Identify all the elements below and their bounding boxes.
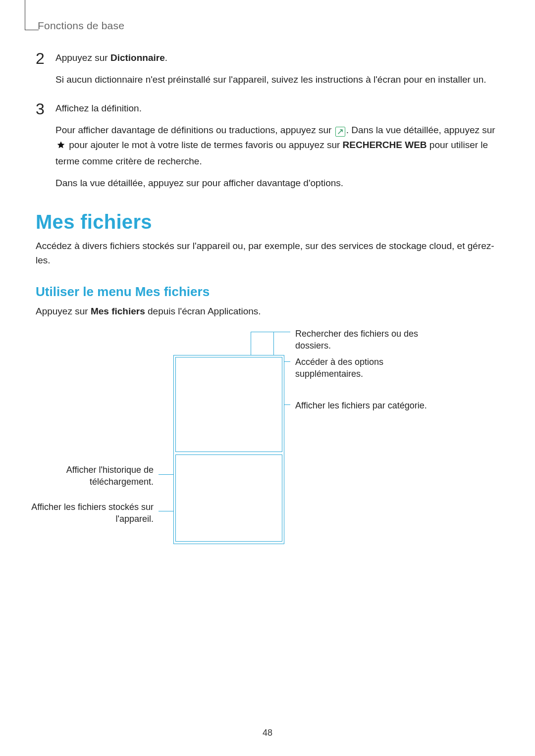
callout-download-history: Afficher l'historique de téléchargement. [50, 464, 154, 488]
text: Appuyez sur [36, 306, 91, 316]
callout-categories: Afficher les fichiers par catégorie. [295, 400, 444, 411]
step-number: 3 [36, 101, 47, 191]
callout-line [159, 511, 173, 511]
callout-line [284, 361, 290, 362]
callout-line [159, 474, 173, 475]
page-margin-rule-horizontal [25, 30, 39, 30]
steps-list: 2 Appuyez sur Dictionnaire. Si aucun dic… [36, 50, 496, 204]
callout-options: Accéder à des options supplémentaires. [295, 356, 424, 380]
text: Appuyez sur [55, 52, 110, 63]
callout-line [251, 332, 290, 332]
subsection-heading: Utiliser le menu Mes fichiers [36, 284, 210, 300]
callout-search: Rechercher des fichiers ou des dossiers. [295, 328, 424, 352]
callout-device-files: Afficher les fichiers stockés sur l'appa… [30, 501, 154, 525]
text: . [165, 52, 167, 63]
phone-region-bottom [175, 454, 282, 542]
step-2: 2 Appuyez sur Dictionnaire. Si aucun dic… [36, 50, 496, 87]
page-number: 48 [0, 728, 535, 738]
text: Dans la vue détaillée, appuyez sur pour … [55, 176, 496, 191]
page-margin-rule-vertical [25, 0, 25, 30]
text: Affichez la définition. [55, 101, 496, 116]
step-3: 3 Affichez la définition. Pour afficher … [36, 101, 496, 191]
text: . Dans la vue détaillée, appuyez sur [346, 125, 495, 135]
section-heading: Mes fichiers [36, 211, 152, 233]
callout-line [251, 332, 251, 332]
callout-line [273, 332, 274, 355]
breadcrumb: Fonctions de base [38, 20, 124, 32]
text: pour ajouter le mot à votre liste de ter… [66, 140, 343, 150]
text: Si aucun dictionnaire n'est préinstallé … [55, 72, 486, 87]
star-icon [56, 139, 65, 154]
text: Pour afficher davantage de définitions o… [55, 125, 334, 135]
text: depuis l'écran Applications. [145, 306, 261, 316]
expand-icon [335, 127, 345, 137]
phone-region-top [175, 357, 282, 452]
callout-line [284, 404, 290, 405]
step-number: 2 [36, 50, 47, 87]
text-bold: Dictionnaire [110, 52, 165, 63]
step-body: Affichez la définition. Pour afficher da… [55, 101, 496, 191]
text-bold: Mes fichiers [91, 306, 145, 316]
subsection-text: Appuyez sur Mes fichiers depuis l'écran … [36, 304, 496, 318]
diagram: Rechercher des fichiers ou des dossiers.… [0, 328, 535, 560]
section-lead: Accédez à divers fichiers stockés sur l'… [36, 239, 496, 268]
text-bold: RECHERCHE WEB [343, 140, 427, 150]
callout-line [251, 332, 251, 355]
step-body: Appuyez sur Dictionnaire. Si aucun dicti… [55, 50, 486, 87]
